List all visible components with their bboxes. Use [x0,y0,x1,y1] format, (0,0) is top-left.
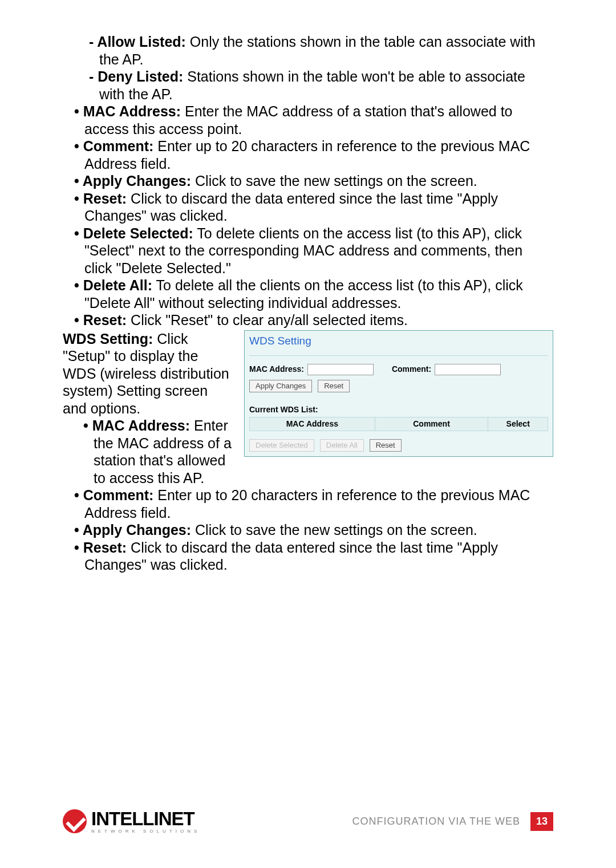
deny-listed-label: - Deny Listed: [89,68,183,84]
wds-mac-label: • MAC Address: [83,417,190,433]
reset-text: Click to discard the data entered since … [84,190,498,224]
brand-name: INTELLINET [91,809,200,828]
brand-subtitle: NETWORK SOLUTIONS [91,829,200,834]
mac-address-label: • MAC Address: [74,103,181,119]
panel-divider [249,355,548,356]
apply-changes-text: Click to save the new settings on the sc… [191,173,477,189]
after-comment-label: • Comment: [74,487,153,503]
reset-label: • Reset: [74,190,127,206]
wds-text-col: WDS Setting: Click "Setup" to display th… [63,330,234,487]
apply-changes-button[interactable]: Apply Changes [249,380,312,392]
mac-field-label: MAC Address: [249,364,304,374]
manual-page: - Allow Listed: Only the stations shown … [0,0,616,868]
reset-button[interactable]: Reset [318,380,350,392]
footer-section-label: CONFIGURATION VIA THE WEB [352,816,520,828]
delete-selected-button[interactable]: Delete Selected [249,439,314,452]
wds-table: MAC Address Comment Select [249,417,548,431]
logo-checkmark-icon [63,809,87,833]
comment-field-label: Comment: [392,364,431,374]
comment-label: • Comment: [74,138,153,154]
reset2-text: Click "Reset" to clear any/all selected … [127,312,408,328]
page-footer: INTELLINET NETWORK SOLUTIONS CONFIGURATI… [63,809,553,834]
allow-listed-label: - Allow Listed: [89,34,186,50]
wds-th-comment: Comment [375,417,488,431]
wds-form-row: MAC Address: Comment: [249,364,548,375]
wds-th-select: Select [488,417,548,431]
apply-changes-label: • Apply Changes: [74,173,191,189]
wds-panel-title: WDS Setting [249,334,548,347]
wds-setting-label: WDS Setting: [63,331,153,347]
after-apply-label: • Apply Changes: [74,522,191,538]
current-wds-list-label: Current WDS List: [249,405,548,415]
reset2-label: • Reset: [74,312,127,328]
delete-all-button[interactable]: Delete All [320,439,364,452]
after-reset-label: • Reset: [74,540,127,555]
wds-setting-panel: WDS Setting MAC Address: Comment: Apply … [244,330,553,457]
wds-th-mac: MAC Address [250,417,375,431]
comment-input[interactable] [435,364,501,375]
body-text: - Allow Listed: Only the stations shown … [63,33,553,574]
page-number-badge: 13 [530,812,553,831]
delete-all-label: • Delete All: [74,277,152,293]
brand-logo: INTELLINET NETWORK SOLUTIONS [63,809,200,834]
mac-address-input[interactable] [307,364,374,375]
wds-section: WDS Setting: Click "Setup" to display th… [63,330,553,487]
delete-selected-label: • Delete Selected: [74,225,193,241]
reset-list-button[interactable]: Reset [370,439,402,452]
after-apply-text: Click to save the new settings on the sc… [191,522,477,538]
after-reset-text: Click to discard the data entered since … [84,540,498,573]
